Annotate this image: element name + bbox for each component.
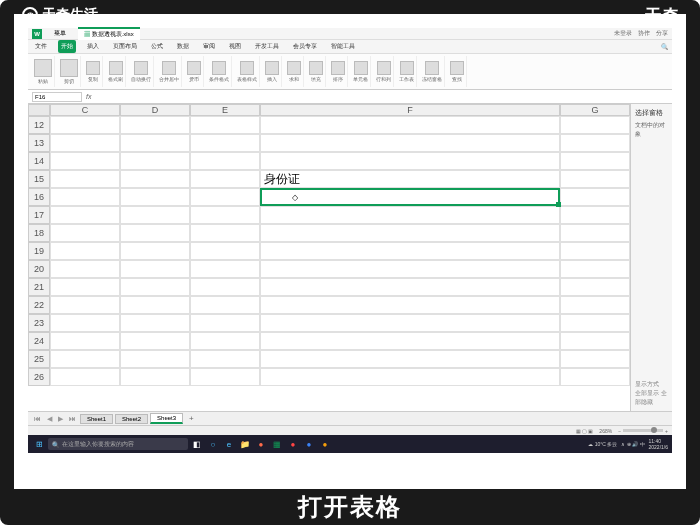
cell-C16[interactable]: [50, 188, 120, 206]
cell-E24[interactable]: [190, 332, 260, 350]
cell-D15[interactable]: [120, 170, 190, 188]
cell-G23[interactable]: [560, 314, 630, 332]
menu-智能工具[interactable]: 智能工具: [328, 40, 358, 53]
row-header-23[interactable]: 23: [28, 314, 50, 332]
collab-button[interactable]: 协作: [638, 29, 650, 38]
cell-D21[interactable]: [120, 278, 190, 296]
cell-C25[interactable]: [50, 350, 120, 368]
ribbon-查找[interactable]: 查找: [448, 56, 467, 87]
cell-E22[interactable]: [190, 296, 260, 314]
row-header-20[interactable]: 20: [28, 260, 50, 278]
system-tray[interactable]: ☁ 10°C 多云 ∧ ⊕ 🔊 中 11:402022/1/6: [588, 438, 668, 450]
cell-F14[interactable]: [260, 152, 560, 170]
grid-main[interactable]: CDEFG 12131415身份证16◇17181920212223242526: [28, 104, 630, 411]
ribbon-复制[interactable]: 复制: [84, 56, 103, 87]
ribbon-排序[interactable]: 排序: [329, 56, 348, 87]
row-header-24[interactable]: 24: [28, 332, 50, 350]
cell-C17[interactable]: [50, 206, 120, 224]
row-header-12[interactable]: 12: [28, 116, 50, 134]
cell-F15[interactable]: 身份证: [260, 170, 560, 188]
cell-C12[interactable]: [50, 116, 120, 134]
cell-C22[interactable]: [50, 296, 120, 314]
cell-G15[interactable]: [560, 170, 630, 188]
cell-D18[interactable]: [120, 224, 190, 242]
col-header-G[interactable]: G: [560, 104, 630, 116]
panel-footer2[interactable]: 全部显示 全部隐藏: [635, 389, 668, 407]
share-button[interactable]: 分享: [656, 29, 668, 38]
cell-F13[interactable]: [260, 134, 560, 152]
grid-body[interactable]: 12131415身份证16◇17181920212223242526: [28, 116, 630, 386]
ribbon-工作表[interactable]: 工作表: [397, 56, 417, 87]
search-help[interactable]: 🔍: [661, 43, 668, 50]
cell-F25[interactable]: [260, 350, 560, 368]
cell-F26[interactable]: [260, 368, 560, 386]
start-button[interactable]: ⊞: [32, 437, 46, 451]
app-icon-2[interactable]: ●: [302, 437, 316, 451]
row-header-21[interactable]: 21: [28, 278, 50, 296]
ribbon-合并居中[interactable]: 合并居中: [157, 56, 182, 87]
ribbon-剪切[interactable]: 剪切: [58, 56, 81, 87]
cell-G19[interactable]: [560, 242, 630, 260]
row-header-22[interactable]: 22: [28, 296, 50, 314]
cell-D13[interactable]: [120, 134, 190, 152]
app-icon[interactable]: ●: [286, 437, 300, 451]
cell-C19[interactable]: [50, 242, 120, 260]
ribbon-格式刷[interactable]: 格式刷: [106, 56, 126, 87]
row-header-17[interactable]: 17: [28, 206, 50, 224]
cell-D19[interactable]: [120, 242, 190, 260]
cell-G17[interactable]: [560, 206, 630, 224]
ribbon-填充[interactable]: 填充: [307, 56, 326, 87]
menu-公式[interactable]: 公式: [148, 40, 166, 53]
cell-G18[interactable]: [560, 224, 630, 242]
task-view-icon[interactable]: ◧: [190, 437, 204, 451]
ribbon-货币[interactable]: 货币: [185, 56, 204, 87]
cell-F24[interactable]: [260, 332, 560, 350]
cell-F12[interactable]: [260, 116, 560, 134]
cell-E15[interactable]: [190, 170, 260, 188]
cell-D17[interactable]: [120, 206, 190, 224]
row-header-26[interactable]: 26: [28, 368, 50, 386]
cell-E20[interactable]: [190, 260, 260, 278]
cell-G13[interactable]: [560, 134, 630, 152]
ribbon-冻结窗格[interactable]: 冻结窗格: [420, 56, 445, 87]
cell-F22[interactable]: [260, 296, 560, 314]
sheet-nav-prev[interactable]: ◀: [45, 415, 54, 423]
cell-F19[interactable]: [260, 242, 560, 260]
fx-icon[interactable]: fx: [86, 93, 91, 100]
select-all-corner[interactable]: [28, 104, 50, 116]
cell-C24[interactable]: [50, 332, 120, 350]
cell-E21[interactable]: [190, 278, 260, 296]
taskbar-search[interactable]: 🔍 在这里输入你要搜索的内容: [48, 438, 188, 450]
cell-G25[interactable]: [560, 350, 630, 368]
menu-文件[interactable]: 文件: [32, 40, 50, 53]
ribbon-自动换行[interactable]: 自动换行: [129, 56, 154, 87]
cell-E18[interactable]: [190, 224, 260, 242]
weather-widget[interactable]: ☁ 10°C 多云: [588, 441, 617, 447]
cell-G12[interactable]: [560, 116, 630, 134]
zoom-slider[interactable]: −+: [618, 428, 668, 434]
cell-D12[interactable]: [120, 116, 190, 134]
browser-icon[interactable]: ●: [254, 437, 268, 451]
cell-F17[interactable]: [260, 206, 560, 224]
cell-E12[interactable]: [190, 116, 260, 134]
cell-E25[interactable]: [190, 350, 260, 368]
app-icon-3[interactable]: ●: [318, 437, 332, 451]
menu-数据[interactable]: 数据: [174, 40, 192, 53]
explorer-icon[interactable]: 📁: [238, 437, 252, 451]
cell-D24[interactable]: [120, 332, 190, 350]
ribbon-插入[interactable]: 插入: [263, 56, 282, 87]
cell-E19[interactable]: [190, 242, 260, 260]
cell-C20[interactable]: [50, 260, 120, 278]
ribbon-单元格[interactable]: 单元格: [351, 56, 371, 87]
cell-G26[interactable]: [560, 368, 630, 386]
row-header-15[interactable]: 15: [28, 170, 50, 188]
col-header-F[interactable]: F: [260, 104, 560, 116]
cell-F23[interactable]: [260, 314, 560, 332]
menu-button[interactable]: 菜单: [48, 28, 72, 39]
menu-开发工具[interactable]: 开发工具: [252, 40, 282, 53]
cell-C23[interactable]: [50, 314, 120, 332]
menu-会员专享[interactable]: 会员专享: [290, 40, 320, 53]
cell-G21[interactable]: [560, 278, 630, 296]
ribbon-条件格式[interactable]: 条件格式: [207, 56, 232, 87]
row-header-19[interactable]: 19: [28, 242, 50, 260]
